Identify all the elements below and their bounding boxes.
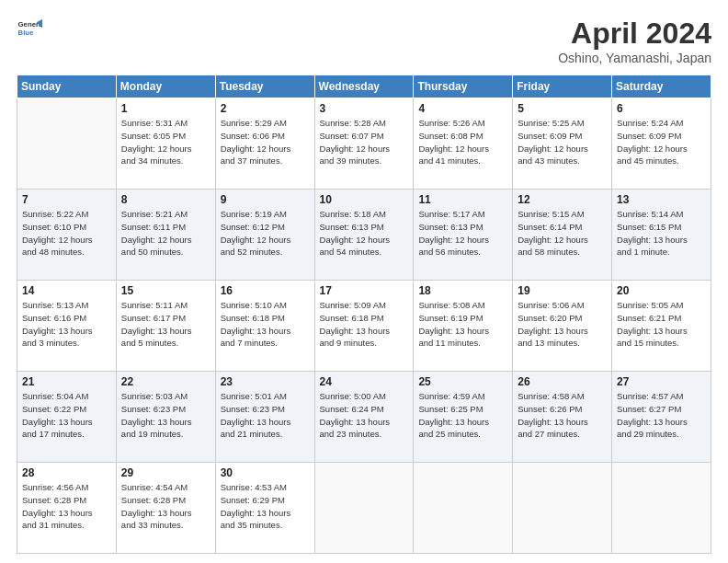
day-number: 14 [22, 284, 111, 297]
table-row: 26Sunrise: 4:58 AMSunset: 6:26 PMDayligh… [513, 372, 612, 463]
header-tuesday: Tuesday [215, 75, 314, 98]
day-info: Sunrise: 5:10 AMSunset: 6:18 PMDaylight:… [221, 299, 310, 350]
table-row: 11Sunrise: 5:17 AMSunset: 6:13 PMDayligh… [414, 190, 513, 281]
day-info: Sunrise: 5:19 AMSunset: 6:12 PMDaylight:… [221, 208, 310, 259]
day-info: Sunrise: 4:59 AMSunset: 6:25 PMDaylight:… [418, 390, 507, 441]
day-number: 10 [320, 193, 409, 206]
table-row: 24Sunrise: 5:00 AMSunset: 6:24 PMDayligh… [314, 372, 414, 463]
day-number: 1 [121, 102, 210, 115]
day-info: Sunrise: 5:08 AMSunset: 6:19 PMDaylight:… [418, 299, 507, 350]
header-wednesday: Wednesday [314, 75, 414, 98]
table-row: 16Sunrise: 5:10 AMSunset: 6:18 PMDayligh… [215, 281, 314, 372]
table-row: 4Sunrise: 5:26 AMSunset: 6:08 PMDaylight… [414, 98, 513, 190]
table-row: 20Sunrise: 5:05 AMSunset: 6:21 PMDayligh… [612, 281, 711, 372]
day-info: Sunrise: 5:04 AMSunset: 6:22 PMDaylight:… [22, 390, 111, 441]
table-row [612, 463, 711, 554]
day-number: 9 [221, 193, 310, 206]
day-number: 25 [418, 375, 507, 388]
table-row: 6Sunrise: 5:24 AMSunset: 6:09 PMDaylight… [612, 98, 711, 190]
day-number: 17 [320, 284, 409, 297]
page: General Blue April 2024 Oshino, Yamanash… [0, 0, 728, 563]
day-number: 18 [418, 284, 507, 297]
table-row: 17Sunrise: 5:09 AMSunset: 6:18 PMDayligh… [314, 281, 414, 372]
calendar-row: 14Sunrise: 5:13 AMSunset: 6:16 PMDayligh… [17, 281, 711, 372]
day-number: 21 [22, 375, 111, 388]
table-row: 5Sunrise: 5:25 AMSunset: 6:09 PMDaylight… [513, 98, 612, 190]
table-row: 18Sunrise: 5:08 AMSunset: 6:19 PMDayligh… [414, 281, 513, 372]
title-block: April 2024 Oshino, Yamanashi, Japan [558, 17, 711, 65]
svg-text:Blue: Blue [18, 29, 35, 37]
day-info: Sunrise: 4:56 AMSunset: 6:28 PMDaylight:… [22, 481, 111, 532]
day-number: 28 [22, 466, 111, 479]
table-row: 30Sunrise: 4:53 AMSunset: 6:29 PMDayligh… [215, 463, 314, 554]
weekday-header-row: Sunday Monday Tuesday Wednesday Thursday… [17, 75, 711, 98]
day-number: 6 [617, 102, 706, 115]
table-row: 28Sunrise: 4:56 AMSunset: 6:28 PMDayligh… [17, 463, 117, 554]
day-number: 4 [418, 102, 507, 115]
calendar-row: 1Sunrise: 5:31 AMSunset: 6:05 PMDaylight… [17, 98, 711, 190]
day-number: 30 [221, 466, 310, 479]
table-row: 25Sunrise: 4:59 AMSunset: 6:25 PMDayligh… [414, 372, 513, 463]
day-info: Sunrise: 4:58 AMSunset: 6:26 PMDaylight:… [518, 390, 607, 441]
table-row [17, 98, 117, 190]
day-number: 2 [221, 102, 310, 115]
day-info: Sunrise: 5:13 AMSunset: 6:16 PMDaylight:… [22, 299, 111, 350]
table-row: 2Sunrise: 5:29 AMSunset: 6:06 PMDaylight… [215, 98, 314, 190]
table-row: 14Sunrise: 5:13 AMSunset: 6:16 PMDayligh… [17, 281, 117, 372]
table-row: 7Sunrise: 5:22 AMSunset: 6:10 PMDaylight… [17, 190, 117, 281]
table-row: 10Sunrise: 5:18 AMSunset: 6:13 PMDayligh… [314, 190, 414, 281]
day-number: 5 [518, 102, 607, 115]
table-row: 9Sunrise: 5:19 AMSunset: 6:12 PMDaylight… [215, 190, 314, 281]
table-row: 13Sunrise: 5:14 AMSunset: 6:15 PMDayligh… [612, 190, 711, 281]
table-row: 29Sunrise: 4:54 AMSunset: 6:28 PMDayligh… [116, 463, 215, 554]
day-info: Sunrise: 5:14 AMSunset: 6:15 PMDaylight:… [617, 208, 706, 259]
calendar-row: 28Sunrise: 4:56 AMSunset: 6:28 PMDayligh… [17, 463, 711, 554]
day-info: Sunrise: 5:06 AMSunset: 6:20 PMDaylight:… [518, 299, 607, 350]
day-info: Sunrise: 5:21 AMSunset: 6:11 PMDaylight:… [121, 208, 210, 259]
day-info: Sunrise: 5:29 AMSunset: 6:06 PMDaylight:… [221, 117, 310, 167]
day-info: Sunrise: 5:25 AMSunset: 6:09 PMDaylight:… [518, 117, 607, 167]
table-row: 1Sunrise: 5:31 AMSunset: 6:05 PMDaylight… [116, 98, 215, 190]
day-info: Sunrise: 5:11 AMSunset: 6:17 PMDaylight:… [121, 299, 210, 350]
day-number: 13 [617, 193, 706, 206]
header-sunday: Sunday [17, 75, 117, 98]
table-row: 8Sunrise: 5:21 AMSunset: 6:11 PMDaylight… [116, 190, 215, 281]
subtitle: Oshino, Yamanashi, Japan [558, 51, 711, 65]
header: General Blue April 2024 Oshino, Yamanash… [17, 17, 711, 65]
table-row: 27Sunrise: 4:57 AMSunset: 6:27 PMDayligh… [612, 372, 711, 463]
table-row: 22Sunrise: 5:03 AMSunset: 6:23 PMDayligh… [116, 372, 215, 463]
day-info: Sunrise: 5:22 AMSunset: 6:10 PMDaylight:… [22, 208, 111, 259]
day-info: Sunrise: 5:03 AMSunset: 6:23 PMDaylight:… [121, 390, 210, 441]
table-row: 15Sunrise: 5:11 AMSunset: 6:17 PMDayligh… [116, 281, 215, 372]
table-row: 12Sunrise: 5:15 AMSunset: 6:14 PMDayligh… [513, 190, 612, 281]
table-row [314, 463, 414, 554]
day-info: Sunrise: 5:09 AMSunset: 6:18 PMDaylight:… [320, 299, 409, 350]
header-thursday: Thursday [414, 75, 513, 98]
calendar-table: Sunday Monday Tuesday Wednesday Thursday… [17, 75, 711, 554]
header-saturday: Saturday [612, 75, 711, 98]
calendar-row: 21Sunrise: 5:04 AMSunset: 6:22 PMDayligh… [17, 372, 711, 463]
day-info: Sunrise: 5:15 AMSunset: 6:14 PMDaylight:… [518, 208, 607, 259]
day-number: 24 [320, 375, 409, 388]
day-info: Sunrise: 5:26 AMSunset: 6:08 PMDaylight:… [418, 117, 507, 167]
day-number: 27 [617, 375, 706, 388]
day-info: Sunrise: 5:18 AMSunset: 6:13 PMDaylight:… [320, 208, 409, 259]
table-row: 19Sunrise: 5:06 AMSunset: 6:20 PMDayligh… [513, 281, 612, 372]
day-number: 8 [121, 193, 210, 206]
day-info: Sunrise: 4:57 AMSunset: 6:27 PMDaylight:… [617, 390, 706, 441]
day-number: 20 [617, 284, 706, 297]
day-info: Sunrise: 5:24 AMSunset: 6:09 PMDaylight:… [617, 117, 706, 167]
table-row [513, 463, 612, 554]
day-info: Sunrise: 5:00 AMSunset: 6:24 PMDaylight:… [320, 390, 409, 441]
day-number: 15 [121, 284, 210, 297]
day-number: 12 [518, 193, 607, 206]
day-info: Sunrise: 5:01 AMSunset: 6:23 PMDaylight:… [221, 390, 310, 441]
header-friday: Friday [513, 75, 612, 98]
day-number: 7 [22, 193, 111, 206]
table-row: 21Sunrise: 5:04 AMSunset: 6:22 PMDayligh… [17, 372, 117, 463]
day-number: 19 [518, 284, 607, 297]
day-info: Sunrise: 5:05 AMSunset: 6:21 PMDaylight:… [617, 299, 706, 350]
day-number: 16 [221, 284, 310, 297]
day-info: Sunrise: 4:53 AMSunset: 6:29 PMDaylight:… [221, 481, 310, 532]
logo: General Blue [17, 17, 42, 42]
